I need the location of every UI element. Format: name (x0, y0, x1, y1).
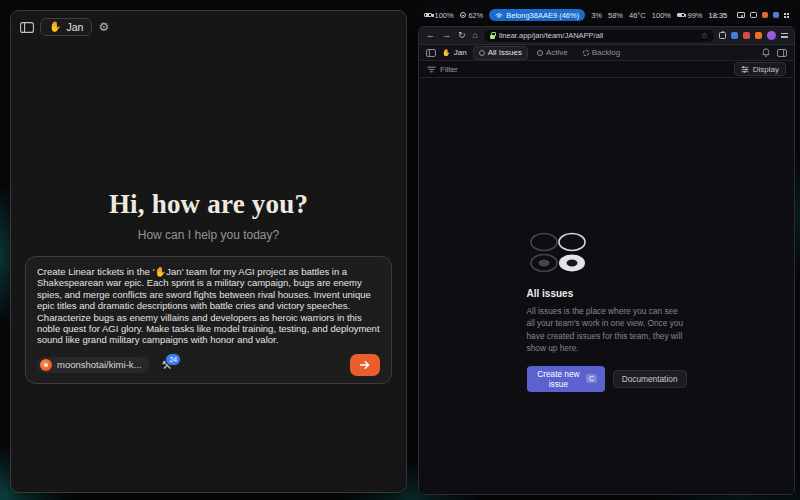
system-tray (737, 12, 789, 18)
system-status-bar: 100% 62% Belong38AAE9 (46%) 3% 58% 46°C … (418, 8, 795, 22)
forward-icon[interactable]: → (441, 31, 452, 40)
linear-content: All issues All issues is the place where… (419, 78, 794, 494)
clock: 18:35 (709, 11, 728, 20)
display-button[interactable]: Display (734, 62, 786, 76)
jan-header: ✋ Jan ⚙ (11, 11, 406, 43)
send-button[interactable] (350, 354, 380, 376)
empty-state-title: All issues (527, 288, 687, 299)
prompt-input[interactable]: Create Linear tickets in the '✋Jan' team… (37, 266, 380, 346)
extension-blue-icon[interactable] (731, 32, 738, 39)
linear-header-actions (762, 48, 787, 57)
greeting-block: Hi, how are you? How can I help you toda… (11, 189, 406, 242)
message-icon[interactable] (750, 12, 757, 18)
model-selector[interactable]: moonshotai/kimi-k... (37, 357, 149, 373)
browser-window: ← → ↻ ⌂ linear.app/jan/team/JANAPP/all ☆ (418, 26, 795, 495)
temperature-indicator: 46°C (629, 11, 646, 20)
tab-active[interactable]: Active (531, 46, 574, 60)
create-new-issue-button[interactable]: Create new issue C (527, 366, 605, 392)
team-selector[interactable]: ✋ Jan (40, 18, 92, 36)
battery-icon (677, 13, 685, 18)
send-arrow-icon (359, 360, 371, 370)
linear-sidebar-toggle-icon[interactable] (426, 49, 436, 57)
circle-icon (537, 50, 543, 56)
battery-indicator: 100% (424, 11, 454, 20)
shortcut-badge: C (586, 374, 596, 383)
battery-alt-indicator: 99% (677, 11, 703, 20)
url-text: linear.app/jan/team/JANAPP/all (499, 31, 603, 40)
empty-state: All issues All issues is the place where… (527, 231, 687, 392)
address-bar[interactable]: linear.app/jan/team/JANAPP/all ☆ (484, 30, 714, 42)
browser-toolbar: ← → ↻ ⌂ linear.app/jan/team/JANAPP/all ☆ (419, 27, 794, 45)
bookmark-star-icon[interactable]: ☆ (701, 31, 708, 40)
memory-indicator: 58% (608, 11, 623, 20)
chat-input-card: Create Linear tickets in the '✋Jan' team… (25, 256, 392, 384)
cpu-indicator: 3% (591, 11, 602, 20)
reload-icon[interactable]: ↻ (457, 31, 467, 40)
tab-backlog[interactable]: Backlog (577, 46, 626, 60)
screenshot-icon[interactable] (737, 12, 745, 18)
extension-red-icon[interactable] (743, 32, 750, 39)
tab-all-issues[interactable]: All Issues (473, 46, 528, 60)
secondary-display: 100% 62% Belong38AAE9 (46%) 3% 58% 46°C … (412, 0, 800, 500)
dashed-circle-icon (583, 50, 589, 56)
home-icon[interactable]: ⌂ (472, 31, 479, 40)
hand-emoji-icon: ✋ (442, 49, 451, 56)
filter-icon (427, 66, 436, 73)
disk-indicator: 100% (652, 11, 671, 20)
issue-view-tabs: All Issues Active Backlog (473, 46, 627, 60)
sliders-icon (741, 66, 749, 73)
filter-button[interactable]: Filter (427, 65, 458, 74)
hand-emoji-icon: ✋ (49, 22, 61, 32)
greeting-subtitle: How can I help you today? (11, 228, 406, 242)
browser-menu-icon[interactable] (781, 33, 788, 38)
team-name: Jan (66, 21, 83, 33)
right-panel-icon[interactable] (777, 49, 787, 57)
app-grid-icon[interactable] (784, 13, 786, 15)
sidebar-toggle-icon[interactable] (20, 22, 34, 33)
linear-team-label[interactable]: ✋ Jan (442, 48, 467, 57)
extensions-puzzle-icon[interactable] (719, 32, 726, 39)
model-name: moonshotai/kimi-k... (57, 359, 141, 370)
battery-icon (424, 13, 432, 18)
filter-bar: Filter Display (419, 61, 794, 78)
extension-orange-icon[interactable] (755, 32, 762, 39)
fan-indicator: 62% (460, 11, 484, 20)
empty-state-description: All issues is the place where you can se… (527, 305, 687, 355)
desktop: ✋ Jan ⚙ Hi, how are you? How can I help … (0, 0, 800, 500)
linear-app: ✋ Jan All Issues Active (419, 45, 794, 494)
tray-orange-icon[interactable] (762, 12, 768, 18)
tools-count-badge: 24 (165, 353, 181, 366)
back-icon[interactable]: ← (425, 31, 436, 40)
settings-gear-icon[interactable]: ⚙ (98, 21, 109, 33)
wifi-icon (495, 12, 503, 18)
empty-state-actions: Create new issue C Documentation (527, 366, 687, 392)
empty-state-illustration (527, 231, 589, 275)
jan-app-window: ✋ Jan ⚙ Hi, how are you? How can I help … (10, 10, 407, 493)
prompt-toolbar: moonshotai/kimi-k... ⚒ 24 (37, 354, 380, 376)
tray-blue-icon[interactable] (773, 12, 779, 18)
profile-avatar[interactable] (767, 31, 776, 40)
greeting-title: Hi, how are you? (11, 189, 406, 220)
notifications-bell-icon[interactable] (762, 48, 770, 57)
fan-icon (460, 12, 466, 18)
circle-icon (479, 50, 485, 56)
tools-button[interactable]: ⚒ 24 (161, 359, 172, 371)
network-indicator[interactable]: Belong38AAE9 (46%) (489, 9, 585, 21)
model-provider-icon (40, 359, 52, 371)
lock-icon (490, 35, 495, 39)
linear-header: ✋ Jan All Issues Active (419, 45, 794, 61)
documentation-button[interactable]: Documentation (613, 370, 687, 388)
